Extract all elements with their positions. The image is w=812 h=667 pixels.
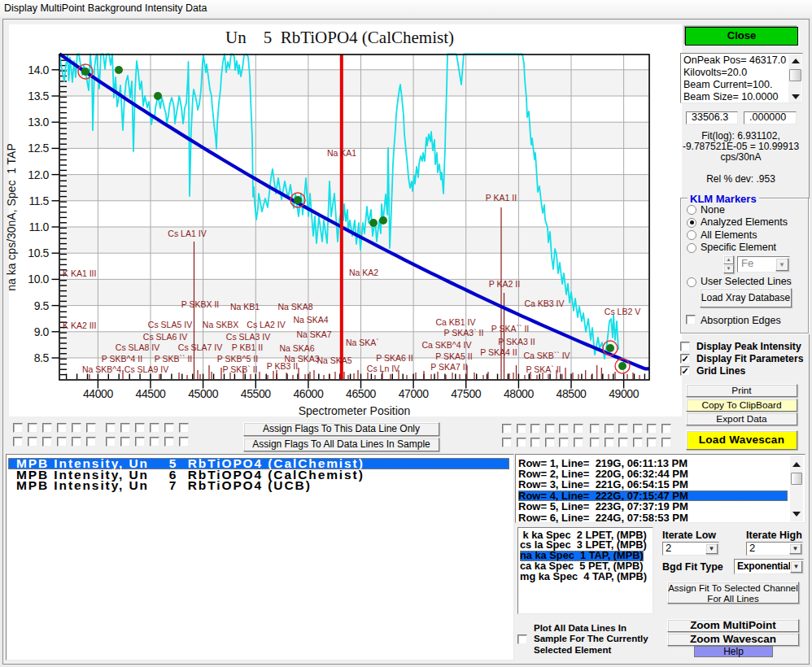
- svg-text:Cs SLA6 IV: Cs SLA6 IV: [143, 332, 187, 342]
- svg-text:Na KB1: Na KB1: [230, 302, 260, 312]
- svg-text:Na SKA`: Na SKA`: [346, 338, 379, 347]
- svg-text:Na SKA4: Na SKA4: [293, 315, 328, 325]
- svg-text:13.0: 13.0: [28, 116, 49, 129]
- svg-text:Ca KB3 IV: Ca KB3 IV: [524, 299, 564, 308]
- svg-text:K KA2 III: K KA2 III: [63, 320, 96, 330]
- svg-text:P SKB^4 II: P SKB^4 II: [102, 354, 142, 364]
- svg-text:13.5: 13.5: [28, 89, 49, 102]
- svg-text:P SKB^5 II: P SKB^5 II: [217, 354, 258, 364]
- svg-text:P SKA3` II: P SKA3` II: [444, 328, 484, 338]
- svg-text:P KB3 II: P KB3 II: [267, 361, 298, 371]
- svg-text:P SKA7 II: P SKA7 II: [430, 362, 467, 372]
- svg-text:P KB1 II: P KB1 II: [232, 342, 263, 352]
- svg-text:P SKA4 II: P SKA4 II: [480, 347, 517, 357]
- svg-text:44000: 44000: [83, 387, 114, 400]
- svg-text:Na SKA7: Na SKA7: [296, 329, 331, 339]
- svg-text:10.5: 10.5: [28, 246, 49, 259]
- svg-text:Cs SLA5 IV: Cs SLA5 IV: [148, 320, 192, 329]
- svg-text:P KA1 II: P KA1 II: [486, 193, 517, 203]
- svg-text:47000: 47000: [399, 387, 430, 400]
- svg-text:9.0: 9.0: [34, 325, 50, 338]
- svg-text:Ca KB1 IV: Ca KB1 IV: [435, 317, 475, 327]
- svg-text:Cs SLA3 IV: Cs SLA3 IV: [226, 332, 270, 342]
- svg-text:10.0: 10.0: [28, 272, 49, 286]
- svg-text:11.5: 11.5: [28, 194, 49, 207]
- svg-text:48500: 48500: [557, 387, 587, 400]
- svg-text:Na SKA6: Na SKA6: [279, 343, 314, 353]
- svg-text:11.0: 11.0: [28, 220, 49, 233]
- svg-text:Na KA2: Na KA2: [349, 268, 378, 277]
- svg-text:44500: 44500: [136, 387, 167, 400]
- svg-text:P SKA6 II: P SKA6 II: [376, 353, 413, 363]
- svg-text:Ca SKB^4 IV: Ca SKB^4 IV: [422, 340, 472, 350]
- svg-text:46000: 46000: [293, 387, 324, 400]
- svg-text:P SKB` II: P SKB` II: [223, 364, 258, 374]
- svg-text:Na SKA5: Na SKA5: [317, 355, 351, 365]
- svg-text:9.5: 9.5: [34, 299, 50, 312]
- svg-text:49000: 49000: [609, 387, 640, 400]
- svg-text:P SKA3 II: P SKA3 II: [498, 337, 535, 347]
- svg-text:12.5: 12.5: [28, 142, 49, 155]
- svg-text:47500: 47500: [451, 387, 482, 400]
- svg-text:Cs LA2 IV: Cs LA2 IV: [247, 320, 285, 329]
- svg-text:Cs SLA8 IV: Cs SLA8 IV: [116, 342, 159, 352]
- svg-text:12.0: 12.0: [28, 168, 49, 181]
- svg-text:Cs Ln IV: Cs Ln IV: [367, 364, 399, 373]
- svg-text:P SKA5 II: P SKA5 II: [435, 351, 472, 361]
- svg-text:45500: 45500: [241, 387, 272, 400]
- svg-text:P KA2 II: P KA2 II: [489, 279, 520, 289]
- svg-text:P SKB`` II: P SKB`` II: [155, 354, 193, 364]
- svg-text:48000: 48000: [504, 387, 535, 400]
- svg-text:Cs SLA9 IV: Cs SLA9 IV: [124, 364, 168, 374]
- svg-text:P SKA`` II: P SKA`` II: [491, 324, 530, 334]
- svg-text:8.5: 8.5: [34, 351, 50, 364]
- svg-text:Cs LB2 V: Cs LB2 V: [605, 307, 640, 316]
- svg-text:14.0: 14.0: [28, 63, 49, 76]
- svg-text:P SKA` II: P SKA` II: [526, 364, 561, 374]
- svg-text:Na SKB^4: Na SKB^4: [82, 364, 121, 374]
- svg-text:46500: 46500: [346, 387, 377, 400]
- svg-text:Cs SLA7 IV: Cs SLA7 IV: [178, 342, 222, 352]
- svg-text:K KA1 III: K KA1 III: [63, 268, 96, 278]
- svg-text:Na KA1: Na KA1: [327, 148, 356, 158]
- svg-text:Ca SKB`` IV: Ca SKB`` IV: [523, 351, 570, 360]
- svg-text:Na SKBX: Na SKBX: [203, 320, 238, 329]
- svg-text:P SKBX II: P SKBX II: [181, 299, 220, 309]
- svg-text:Cs LA1 IV: Cs LA1 IV: [168, 229, 206, 238]
- svg-text:45000: 45000: [188, 387, 219, 400]
- svg-text:Na SKA8: Na SKA8: [277, 302, 312, 312]
